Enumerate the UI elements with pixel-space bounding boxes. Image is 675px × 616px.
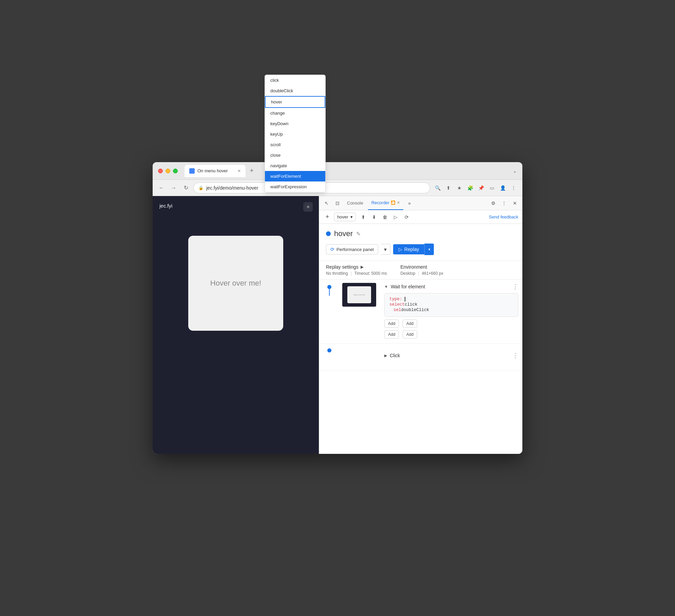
account-icon[interactable]: 👤 — [498, 183, 507, 193]
export-icon[interactable]: ⬆ — [359, 212, 368, 222]
browser-viewport: jec.fyi ☀ Hover over me! — [153, 196, 319, 454]
step2-content: ▶ Click ⋮ — [380, 348, 522, 365]
performance-panel-dropdown[interactable]: ▾ — [381, 244, 390, 255]
step1-timeline — [319, 280, 340, 296]
dropdown-item-waitForExpression[interactable]: waitForExpression — [265, 181, 325, 192]
recorder-toolbar: + hover ▾ ⬆ ⬇ 🗑 ▷ ⟳ Send feedback — [319, 210, 522, 224]
device-icon[interactable]: ⊡ — [333, 198, 342, 208]
close-devtools-icon[interactable]: ✕ — [510, 198, 520, 208]
theme-toggle-icon[interactable]: ☀ — [303, 202, 313, 212]
minimize-window-button[interactable] — [166, 169, 170, 173]
env-type-label: Desktop — [400, 271, 415, 276]
more-tabs-icon[interactable]: » — [405, 198, 414, 208]
dt-toolbar-right: ⚙ ⋮ ✕ — [488, 198, 520, 208]
search-icon[interactable]: 🔍 — [433, 183, 442, 193]
record-icon[interactable]: ⟳ — [402, 212, 411, 222]
close-window-button[interactable] — [158, 169, 163, 173]
browser-window: On menu hover ✕ + ⌄ ← → ↻ 🔒 jec.fyi/demo… — [153, 162, 522, 454]
recorder-tab-close-icon[interactable]: ✕ — [397, 200, 400, 205]
more-options-icon[interactable]: ⋮ — [499, 198, 509, 208]
menu-icon[interactable]: ⋮ — [509, 183, 518, 193]
browser-tab[interactable]: On menu hover ✕ — [185, 165, 246, 177]
replay-play-icon: ▷ — [399, 247, 402, 252]
add-after-button[interactable]: Add — [403, 320, 417, 328]
step-click: ▶ Click ⋮ — [319, 344, 522, 370]
title-bar: On menu hover ✕ + ⌄ — [153, 162, 522, 180]
lock-icon: 🔒 — [198, 186, 204, 190]
add-buttons-row: Add Add — [384, 320, 518, 329]
chevron-down-icon[interactable]: ⌄ — [513, 168, 517, 174]
code-line-sel2: seldoubleClick — [389, 308, 513, 312]
forward-button[interactable]: → — [169, 183, 178, 193]
send-feedback-link[interactable]: Send feedback — [489, 214, 518, 219]
step1-code-editor[interactable]: type: selectclick seldoubleClick — [384, 293, 518, 317]
thumbnail-inner: Hover over me! — [347, 286, 371, 303]
replay-settings-header[interactable]: Replay settings ▶ — [326, 264, 387, 270]
sidebar-icon[interactable]: ▭ — [487, 183, 497, 193]
settings-icon[interactable]: ⚙ — [488, 198, 498, 208]
dropdown-item-waitForElement[interactable]: waitForElement — [265, 171, 325, 181]
new-tab-button[interactable]: + — [247, 166, 256, 176]
recording-selector[interactable]: hover ▾ — [334, 213, 356, 221]
step1-thumbnail-col: Hover over me! — [340, 280, 380, 310]
recording-actions: ⟳ Performance panel ▾ ▷ Replay ▾ — [326, 244, 516, 255]
replay-dropdown-button[interactable]: ▾ — [424, 244, 434, 255]
step1-dot — [327, 285, 331, 289]
cursor-icon[interactable]: ↖ — [322, 198, 331, 208]
step1-expand-icon[interactable]: ▼ — [384, 285, 388, 289]
recording-header: hover ✎ ⟳ Performance panel ▾ ▷ Replay — [319, 224, 522, 261]
step2-header: ▶ Click ⋮ — [384, 352, 518, 359]
replay-main-button[interactable]: ▷ Replay — [393, 244, 425, 254]
add-before-button[interactable]: Add — [384, 320, 399, 328]
add-recording-button[interactable]: + — [323, 213, 331, 221]
step1-line — [329, 289, 330, 296]
step2-expand-icon[interactable]: ▶ — [384, 353, 387, 358]
step1-header: ▼ Wait for element ⋮ — [384, 283, 518, 290]
add-step-button3[interactable]: Add — [384, 330, 399, 339]
tab-favicon — [189, 168, 195, 174]
timeout-label: Timeout: 5000 ms — [354, 271, 387, 276]
replay-settings-title: Replay settings — [326, 264, 359, 270]
step2-thumbnail-col — [340, 348, 380, 355]
reload-button[interactable]: ↻ — [181, 183, 191, 193]
recording-active-dot — [326, 231, 331, 236]
devtools-toolbar: ↖ ⊡ Console Recorder 🎦 ✕ » ⚙ ⋮ ✕ — [319, 196, 522, 210]
tab-recorder[interactable]: Recorder 🎦 ✕ — [368, 196, 403, 210]
hover-card[interactable]: Hover over me! — [188, 236, 283, 331]
sel2-key: sel — [389, 308, 401, 312]
play-icon[interactable]: ▷ — [391, 212, 401, 222]
extension-icon[interactable]: 🧩 — [465, 183, 475, 193]
tab-console[interactable]: Console — [344, 196, 367, 210]
main-content: jec.fyi ☀ Hover over me! ↖ ⊡ Console Rec… — [153, 196, 522, 454]
add-step-button4[interactable]: Add — [403, 330, 417, 339]
back-button[interactable]: ← — [157, 183, 166, 193]
perf-icon: ⟳ — [330, 247, 334, 252]
maximize-window-button[interactable] — [173, 169, 178, 173]
type-key: type: — [389, 297, 405, 302]
env-size-label: 461×660 px — [422, 271, 443, 276]
traffic-lights — [158, 169, 178, 173]
performance-panel-button[interactable]: ⟳ Performance panel — [326, 244, 378, 254]
replay-settings-bar: Replay settings ▶ No throttling | Timeou… — [319, 261, 522, 280]
pin-icon[interactable]: 📌 — [476, 183, 486, 193]
step2-dot — [327, 348, 331, 352]
steps-area: Hover over me! ▼ Wait for element ⋮ ty — [319, 280, 522, 454]
step1-more-icon[interactable]: ⋮ — [512, 283, 518, 290]
delete-recording-icon[interactable]: 🗑 — [380, 212, 390, 222]
share-icon[interactable]: ⬆ — [444, 183, 453, 193]
devtools-panel: ↖ ⊡ Console Recorder 🎦 ✕ » ⚙ ⋮ ✕ — [319, 196, 522, 454]
type-dropdown-menu: click doubleClick hover change keyDown k… — [265, 162, 326, 192]
import-icon[interactable]: ⬇ — [369, 212, 379, 222]
address-bar-icons: 🔍 ⬆ ★ 🧩 📌 ▭ 👤 ⋮ — [433, 183, 518, 193]
environment-header: Environment — [400, 264, 443, 270]
tab-close-icon[interactable]: ✕ — [237, 169, 241, 173]
address-bar: ← → ↻ 🔒 jec.fyi/demo/menu-hover 🔍 ⬆ ★ 🧩 … — [153, 180, 522, 196]
step2-timeline — [319, 348, 340, 352]
step1-title: Wait for element — [391, 284, 425, 289]
bookmark-icon[interactable]: ★ — [455, 183, 464, 193]
tab-title: On menu hover — [197, 168, 228, 173]
dropdown-item-navigate[interactable]: navigate — [265, 162, 325, 171]
sel2-val: doubleClick — [401, 308, 429, 312]
edit-name-icon[interactable]: ✎ — [356, 231, 361, 237]
step2-more-icon[interactable]: ⋮ — [512, 352, 518, 359]
